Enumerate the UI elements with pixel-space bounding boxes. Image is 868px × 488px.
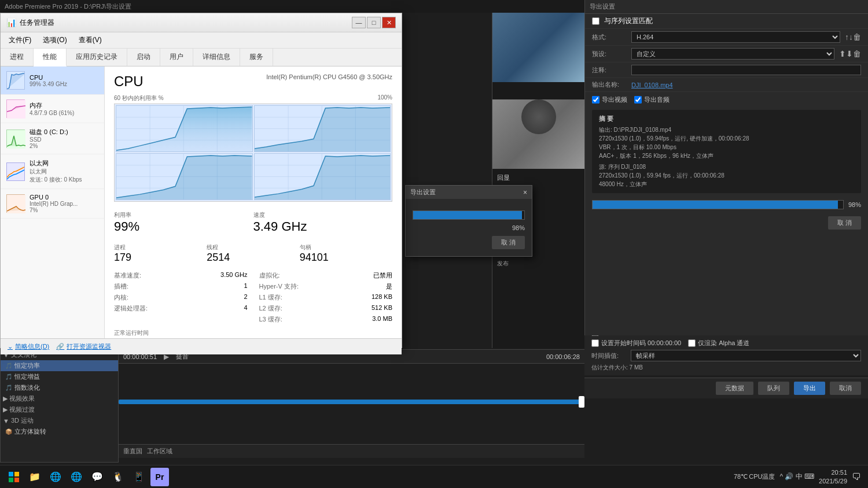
effects-group-video[interactable]: ▶ 视频效果 <box>1 393 118 404</box>
file-manager-icon[interactable]: 📁 <box>25 468 44 486</box>
base-speed-label: 基准速度: <box>114 271 141 280</box>
alpha-only-checkbox-item[interactable]: 仅渲染 Alpha 通道 <box>688 339 749 347</box>
export-button[interactable]: 导出 <box>794 382 825 395</box>
tm-menu-file[interactable]: 文件(F) <box>3 34 37 47</box>
sockets-row: 插槽: 1 <box>114 282 248 291</box>
cpu-details: 基准速度: 3.50 GHz 虚拟化: 已禁用 插槽: 1 Hyper-V 支持… <box>114 271 392 324</box>
premiere-taskbar-icon[interactable]: Pr <box>150 468 169 486</box>
sequence-match-checkbox[interactable] <box>592 17 599 25</box>
timeline-playhead[interactable] <box>579 396 584 408</box>
utilization-stat: 利用率 99% <box>114 209 253 236</box>
sidebar-item-cpu[interactable]: CPU 99% 3.49 GHz <box>1 66 104 95</box>
export-audio-label: 导出音频 <box>644 95 670 104</box>
progress-dialog-close[interactable]: × <box>523 188 527 197</box>
uptime-value: 0:06:55:23 <box>114 337 392 338</box>
tm-tabs: 进程 性能 应用历史记录 启动 用户 详细信息 服务 <box>1 49 402 66</box>
cpu-sidebar-text: CPU 99% 3.49 GHz <box>30 74 67 87</box>
sidebar-item-ethernet[interactable]: 以太网 以太网 发送: 0 接收: 0 Kbps <box>1 154 104 189</box>
tm-menu-view[interactable]: 查看(V) <box>73 34 108 47</box>
time-interp-select[interactable]: 帧采样 <box>631 350 861 361</box>
export-video-checkbox[interactable] <box>592 96 599 103</box>
ethernet-name: 以太网 <box>30 159 82 168</box>
tab-app-history[interactable]: 应用历史记录 <box>67 49 127 66</box>
l3-value: 3.0 MB <box>372 315 392 324</box>
tm-maximize-button[interactable]: □ <box>367 17 381 28</box>
sidebar-item-disk[interactable]: 磁盘 0 (C: D:) SSD 2% <box>1 123 104 154</box>
effects-group-3d[interactable]: ▼ 3D 运动 <box>1 415 118 426</box>
tab-process[interactable]: 进程 <box>1 49 34 66</box>
chat-icon[interactable]: 💬 <box>88 468 106 486</box>
sidebar-item-memory[interactable]: 内存 4.8/7.9 GB (61%) <box>1 95 104 123</box>
cpu-stats: 利用率 99% 速度 3.49 GHz <box>114 209 392 236</box>
sockets-value: 1 <box>244 282 247 291</box>
gpu-detail: Intel(R) HD Grap... <box>30 201 78 207</box>
effects-item-constant-gain[interactable]: 🎵 恒定增益 <box>1 371 118 382</box>
format-label: 格式: <box>592 33 627 42</box>
cpu-main-title: CPU <box>114 73 144 90</box>
taskbar-clock[interactable]: 20:51 2021/5/29 <box>819 468 847 485</box>
tab-services[interactable]: 服务 <box>240 49 273 66</box>
format-select[interactable]: H.264 <box>631 31 840 43</box>
sequence-match-label: 与序列设置匹配 <box>604 16 653 26</box>
queue-button[interactable]: 队列 <box>758 382 789 395</box>
disk-name: 磁盘 0 (C: D:) <box>30 128 68 136</box>
penguin-icon[interactable]: 🐧 <box>109 468 127 486</box>
windows-button[interactable] <box>5 468 23 486</box>
l1-value: 128 KB <box>372 293 392 302</box>
cpu-usage-sub: 99% 3.49 GHz <box>30 81 67 87</box>
cpu-temp-label: CPU温度 <box>749 472 775 481</box>
effects-group-video-transition[interactable]: ▶ 视频过渡 <box>1 404 118 415</box>
svg-marker-32 <box>255 156 391 199</box>
preset-select[interactable]: 自定义 <box>631 48 834 60</box>
browser-icon[interactable]: 🌐 <box>46 468 65 486</box>
progress-cancel-button[interactable]: 取 消 <box>492 236 525 249</box>
timeline-progress-bar[interactable] <box>119 400 584 404</box>
cancel-export-button[interactable]: 取消 <box>830 382 861 395</box>
cores-row: 内核: 2 <box>114 293 248 302</box>
summary-title: 摘 要 <box>599 114 854 123</box>
l1-row: L1 缓存: 128 KB <box>259 293 393 302</box>
start-timecode-checkbox[interactable] <box>591 339 599 347</box>
brief-info-link[interactable]: ⌄ 简略信息(D) <box>8 342 49 351</box>
tab-users[interactable]: 用户 <box>160 49 193 66</box>
notification-icon[interactable]: 🗨 <box>852 472 861 482</box>
l2-label: L2 缓存: <box>259 304 282 313</box>
process-stats: 进程 179 线程 2514 句柄 94101 <box>114 241 392 266</box>
alpha-only-checkbox[interactable] <box>688 339 696 347</box>
video-thumb-circle <box>521 99 556 134</box>
start-timecode-checkbox-item[interactable]: 设置开始时间码 00:00:00:00 <box>591 339 681 347</box>
tm-menu-options[interactable]: 选项(O) <box>37 34 72 47</box>
l1-label: L1 缓存: <box>259 293 282 302</box>
tab-startup[interactable]: 启动 <box>127 49 160 66</box>
tab-publish[interactable]: 发布 <box>495 258 582 269</box>
comment-input[interactable] <box>631 65 861 75</box>
sidebar-item-gpu[interactable]: GPU 0 Intel(R) HD Grap... 7% <box>1 189 104 219</box>
progress-dialog: 导出设置 × 98% 取 消 <box>405 185 532 257</box>
cancel-render-button[interactable]: 取 消 <box>828 216 861 230</box>
format-row[interactable]: 格式: H.264 ↑↓🗑 <box>585 29 868 46</box>
output-name-row: 输出名称: DJI_0108.mp4 <box>585 78 868 92</box>
cpu-graph-label-text: 60 秒内的利用率 % <box>114 94 164 102</box>
preview-tab-blend[interactable]: 回显 <box>497 173 510 182</box>
tab-performance[interactable]: 性能 <box>34 49 67 66</box>
preset-row[interactable]: 预设: 自定义 ⬆⬇🗑 <box>585 46 868 62</box>
phone-icon[interactable]: 📱 <box>130 468 148 486</box>
export-audio-item[interactable]: 导出音频 <box>634 95 670 104</box>
effects-item-constant-power[interactable]: 🎵 恒定功率 <box>1 360 118 371</box>
effects-item-cube-rotate[interactable]: 📦 立方体旋转 <box>1 426 118 437</box>
resource-monitor-link[interactable]: 🔗 打开资源监视器 <box>56 342 111 351</box>
cpu-graph-area: 60 秒内的利用率 % 100% <box>114 94 392 202</box>
effects-item-expo-fade[interactable]: 🎵 指数淡化 <box>1 382 118 393</box>
export-video-item[interactable]: 导出视频 <box>592 95 627 104</box>
tab-details[interactable]: 详细信息 <box>193 49 240 66</box>
tm-minimize-button[interactable]: — <box>352 17 366 28</box>
l2-row: L2 缓存: 512 KB <box>259 304 393 313</box>
cpu-temp-display: 78℃ CPU温度 <box>734 472 775 481</box>
tm-close-button[interactable]: ✕ <box>382 17 396 28</box>
constant-gain-label: 恒定增益 <box>14 372 40 381</box>
output-value[interactable]: DJI_0108.mp4 <box>631 82 861 88</box>
render-progress-text: 98% <box>848 201 861 208</box>
metadata-button[interactable]: 元数据 <box>716 382 753 395</box>
chrome-icon[interactable]: 🌐 <box>67 468 86 486</box>
export-audio-checkbox[interactable] <box>634 96 642 103</box>
